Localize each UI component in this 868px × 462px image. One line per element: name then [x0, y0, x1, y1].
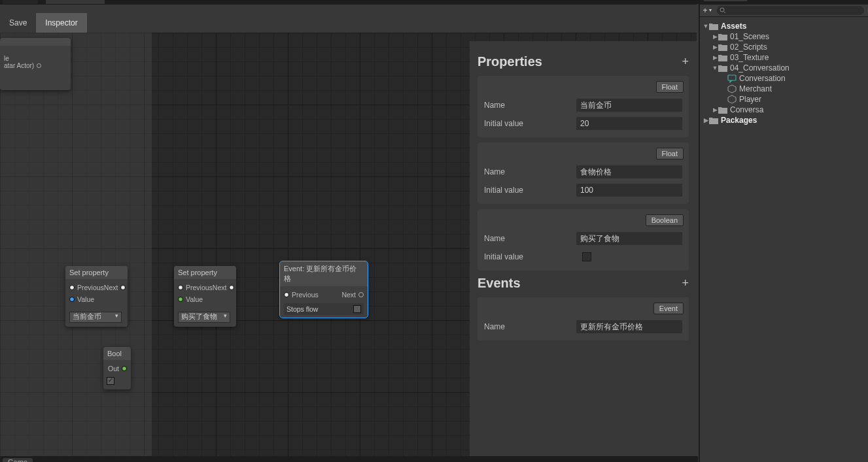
folder-icon: [718, 43, 727, 51]
node-title: Set property: [174, 266, 236, 279]
svg-line-3: [724, 12, 725, 13]
folder-icon: [718, 64, 727, 72]
property-initial-checkbox-3[interactable]: [582, 252, 591, 261]
expand-icon[interactable]: ▼: [712, 65, 718, 71]
node-title: [0, 38, 71, 46]
property-card-2: Float Name Initial value: [477, 142, 689, 204]
tree-item-scenes[interactable]: ▶ 01_Scenes: [703, 31, 865, 42]
folder-icon: [718, 33, 727, 41]
project-search-wrap: [717, 6, 864, 15]
tree-item-player[interactable]: Player: [703, 94, 865, 105]
stops-flow-label: Stops flow: [286, 305, 318, 313]
expand-icon[interactable]: ▶: [712, 107, 718, 113]
port-next[interactable]: Next: [104, 284, 126, 291]
label-initial: Initial value: [484, 186, 576, 195]
prefab-icon: [727, 95, 737, 104]
stops-flow-checkbox[interactable]: [353, 305, 361, 313]
node-event-update-prices[interactable]: Event: 更新所有金币价格 Previous Next Stops flow: [280, 261, 368, 318]
tab-game[interactable]: Game: [3, 458, 33, 462]
node-text-line1: le: [4, 55, 67, 62]
node-title: Set property: [65, 266, 128, 279]
port-value[interactable]: Value: [69, 295, 94, 303]
graph-highlight-region: [0, 33, 152, 456]
tree-item-scripts[interactable]: ▶ 02_Scripts: [703, 42, 865, 52]
port-previous[interactable]: Previous: [69, 284, 104, 291]
expand-icon[interactable]: ▼: [703, 23, 709, 29]
property-card-1: Float Name Initial value: [477, 76, 689, 137]
node-title: Event: 更新所有金币价格: [280, 261, 368, 286]
create-menu-button[interactable]: +: [700, 6, 713, 15]
search-icon: [720, 7, 726, 14]
label-name: Name: [484, 234, 576, 243]
events-header: Events +: [477, 276, 689, 291]
port-value[interactable]: Value: [178, 295, 203, 303]
svg-marker-6: [728, 95, 736, 103]
tree-item-conversation-asset[interactable]: Conversation: [703, 73, 865, 84]
event-name-input-1[interactable]: [576, 320, 682, 333]
project-search-input[interactable]: [726, 6, 861, 15]
property-card-3: Boolean Name Initial value: [477, 209, 689, 271]
tree-item-conversation-folder[interactable]: ▼ 04_Conversation: [703, 63, 865, 73]
node-text-line2: atar Actor): [4, 62, 34, 69]
type-badge-event[interactable]: Event: [653, 303, 684, 314]
prefab-icon: [727, 84, 737, 93]
object-picker-icon[interactable]: [37, 63, 41, 68]
tree-item-conversa[interactable]: ▶ Conversa: [703, 105, 865, 115]
label-name: Name: [484, 322, 576, 331]
inspector-button[interactable]: Inspector: [36, 13, 86, 33]
property-name-input-3[interactable]: [576, 232, 682, 245]
tree-item-merchant[interactable]: Merchant: [703, 84, 865, 94]
svg-rect-4: [728, 75, 736, 80]
node-set-property-2[interactable]: Set property Previous Next Value 购买了食物: [174, 266, 236, 327]
folder-icon: [718, 106, 727, 114]
type-badge-float[interactable]: Float: [656, 148, 684, 159]
conversation-asset-icon: [727, 74, 737, 83]
properties-header: Properties +: [477, 54, 689, 69]
port-next[interactable]: Next: [341, 291, 364, 299]
svg-point-2: [720, 8, 724, 12]
port-previous[interactable]: Previous: [284, 291, 319, 299]
expand-icon[interactable]: ▶: [712, 54, 718, 61]
save-button[interactable]: Save: [0, 13, 36, 33]
project-tree[interactable]: ▼ Assets ▶ 01_Scenes ▶ 02_Scripts ▶ 03_T…: [700, 17, 868, 128]
port-out[interactable]: Out: [108, 365, 127, 372]
expand-icon[interactable]: ▶: [712, 33, 718, 40]
label-initial: Initial value: [484, 252, 582, 261]
bool-value-checkbox[interactable]: [107, 377, 114, 385]
property-dropdown-1[interactable]: 当前金币: [69, 312, 122, 323]
port-previous[interactable]: Previous: [178, 284, 213, 291]
tree-packages[interactable]: ▶ Packages: [703, 115, 865, 125]
editor-toolbar: Save Inspector: [0, 4, 697, 33]
tab-project[interactable]: Project: [704, 0, 747, 1]
project-panel: Project + ▼ Assets ▶ 01_Scenes ▶ 02_Scri…: [699, 0, 868, 462]
tree-assets[interactable]: ▼ Assets: [703, 21, 865, 31]
event-card-1: Event Name: [477, 297, 689, 340]
node-bool[interactable]: Bool Out: [103, 347, 131, 389]
property-initial-input-1[interactable]: [576, 117, 682, 130]
label-name: Name: [484, 101, 576, 110]
property-initial-input-2[interactable]: [576, 184, 682, 197]
inspector-panel: Properties + Float Name Initial value Fl…: [470, 41, 697, 456]
label-initial: Initial value: [484, 119, 576, 128]
type-badge-boolean[interactable]: Boolean: [646, 214, 684, 226]
tree-item-texture[interactable]: ▶ 03_Texture: [703, 52, 865, 63]
node-actor-partial[interactable]: le atar Actor): [0, 38, 71, 90]
label-name: Name: [484, 167, 576, 176]
node-title: Bool: [103, 347, 131, 360]
expand-icon[interactable]: ▶: [703, 117, 709, 124]
type-badge-float[interactable]: Float: [656, 81, 684, 93]
folder-icon: [709, 116, 718, 124]
folder-icon: [709, 22, 718, 30]
property-name-input-2[interactable]: [576, 165, 682, 178]
add-property-button[interactable]: +: [682, 55, 689, 69]
node-set-property-1[interactable]: Set property Previous Next Value 当前金币: [65, 266, 128, 327]
folder-icon: [718, 54, 727, 61]
property-dropdown-2[interactable]: 购买了食物: [178, 312, 230, 323]
add-event-button[interactable]: +: [682, 276, 689, 290]
property-name-input-1[interactable]: [576, 99, 682, 112]
svg-marker-5: [728, 85, 736, 93]
expand-icon[interactable]: ▶: [712, 44, 718, 50]
bottom-tab-bar: Game: [0, 456, 698, 462]
port-next[interactable]: Next: [213, 284, 235, 291]
